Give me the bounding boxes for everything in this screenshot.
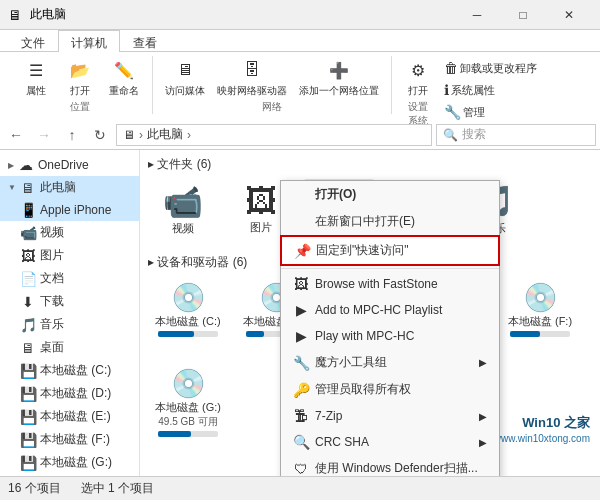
drive-f-label: 本地磁盘 (F:) — [508, 314, 572, 329]
folders-section-header[interactable]: ▸ 文件夹 (6) — [144, 154, 596, 175]
sidebar-item-onedrive[interactable]: ▶ ☁ OneDrive — [0, 154, 139, 176]
uninstall-label: 卸载或更改程序 — [460, 61, 537, 76]
sidebar-item-disk-c[interactable]: 💾 本地磁盘 (C:) — [0, 359, 139, 382]
sidebar-item-network[interactable]: ▶ 🌐 网络 — [0, 474, 139, 476]
tab-computer[interactable]: 计算机 — [58, 30, 120, 52]
rename-button[interactable]: ✏️ 重命名 — [104, 56, 144, 100]
ctx-7zip-arrow: ▶ — [479, 411, 487, 422]
access-media-label: 访问媒体 — [165, 84, 205, 98]
title-bar-controls: ─ □ ✕ — [454, 0, 592, 30]
sidebar-item-disk-g[interactable]: 💾 本地磁盘 (G:) — [0, 451, 139, 474]
map-drive-label: 映射网络驱动器 — [217, 84, 287, 98]
sidebar-label-onedrive: OneDrive — [38, 158, 89, 172]
sidebar-item-disk-d[interactable]: 💾 本地磁盘 (D:) — [0, 382, 139, 405]
up-button[interactable]: ↑ — [60, 123, 84, 147]
drive-f-icon: 💿 — [523, 281, 558, 314]
ribbon-group-location: ☰ 属性 📂 打开 ✏️ 重命名 位置 — [8, 56, 153, 114]
device-disk-c[interactable]: 💿 本地磁盘 (C:) — [148, 277, 228, 355]
system-open-button[interactable]: ⚙ 打开 — [400, 56, 436, 100]
status-bar: 16 个项目 选中 1 个项目 — [0, 476, 600, 500]
drive-g-progress-bar — [158, 431, 191, 437]
sidebar-item-apple-iphone[interactable]: 📱 Apple iPhone — [0, 199, 139, 221]
ctx-magic-combo[interactable]: 🔧 魔方小工具组 ▶ — [281, 349, 499, 376]
sidebar-item-disk-f[interactable]: 💾 本地磁盘 (F:) — [0, 428, 139, 451]
breadcrumb: 🖥 › 此电脑 › — [123, 126, 193, 143]
map-drive-icon: 🗄 — [240, 58, 264, 82]
ctx-faststone-label: Browse with FastStone — [315, 277, 438, 291]
settings-sub-label: 设置 — [408, 100, 428, 114]
properties-button[interactable]: ☰ 属性 — [16, 56, 56, 100]
ctx-crc-sha[interactable]: 🔍 CRC SHA ▶ — [281, 429, 499, 455]
ctx-browse-faststone[interactable]: 🖼 Browse with FastStone — [281, 271, 499, 297]
breadcrumb-this-pc: 此电脑 — [147, 126, 183, 143]
sidebar-item-music[interactable]: 🎵 音乐 — [0, 313, 139, 336]
open-label: 打开 — [70, 84, 90, 98]
system-open-section: ⚙ 打开 设置 系统 — [400, 56, 436, 128]
videos-icon: 📹 — [20, 225, 36, 241]
ctx-magic-icon: 🔧 — [293, 355, 309, 371]
tab-view[interactable]: 查看 — [120, 30, 170, 52]
system-open-label: 打开 — [408, 84, 428, 98]
ctx-defender-icon: 🛡 — [293, 461, 309, 477]
ctx-windefender[interactable]: 🛡 使用 Windows Defender扫描... — [281, 455, 499, 476]
sidebar-item-desktop[interactable]: 🖥 桌面 — [0, 336, 139, 359]
ctx-add-mpc[interactable]: ▶ Add to MPC-HC Playlist — [281, 297, 499, 323]
ctx-admin-icon: 🔑 — [293, 382, 309, 398]
ctx-open[interactable]: 打开(O) — [281, 181, 499, 208]
sidebar-item-pictures[interactable]: 🖼 图片 — [0, 244, 139, 267]
ctx-mpc-add-label: Add to MPC-HC Playlist — [315, 303, 442, 317]
drive-g-size: 49.5 GB 可用 — [158, 415, 217, 429]
ctx-pin-quick[interactable]: 📌 固定到"快速访问" — [280, 235, 500, 266]
address-box[interactable]: 🖥 › 此电脑 › — [116, 124, 432, 146]
refresh-button[interactable]: ↻ — [88, 123, 112, 147]
drive-f-progress-bar — [510, 331, 540, 337]
folder-pictures-label: 图片 — [250, 220, 272, 235]
sidebar-label-disk-f: 本地磁盘 (F:) — [40, 431, 110, 448]
sys-props-icon: ℹ — [444, 82, 449, 98]
ctx-open-new-window[interactable]: 在新窗口中打开(E) — [281, 208, 499, 235]
access-media-button[interactable]: 🖥 访问媒体 — [161, 56, 209, 100]
sidebar-item-disk-e[interactable]: 💾 本地磁盘 (E:) — [0, 405, 139, 428]
sidebar-item-documents[interactable]: 📄 文档 — [0, 267, 139, 290]
add-location-button[interactable]: ➕ 添加一个网络位置 — [295, 56, 383, 100]
close-button[interactable]: ✕ — [546, 0, 592, 30]
sys-props-button[interactable]: ℹ 系统属性 — [440, 80, 541, 100]
minimize-button[interactable]: ─ — [454, 0, 500, 30]
open-icon: 📂 — [68, 58, 92, 82]
drive-g-progress-container — [158, 431, 218, 437]
properties-label: 属性 — [26, 84, 46, 98]
search-box[interactable]: 🔍 搜索 — [436, 124, 596, 146]
back-button[interactable]: ← — [4, 123, 28, 147]
item-count: 16 个项目 — [8, 480, 61, 497]
device-disk-f[interactable]: 💿 本地磁盘 (F:) — [500, 277, 580, 355]
ctx-new-window-label: 在新窗口中打开(E) — [315, 213, 415, 230]
manage-button[interactable]: 🔧 管理 — [440, 102, 541, 122]
sidebar-item-this-pc[interactable]: ▼ 🖥 此电脑 — [0, 176, 139, 199]
sidebar-item-downloads[interactable]: ⬇ 下载 — [0, 290, 139, 313]
onedrive-icon: ☁ — [18, 157, 34, 173]
ctx-admin-perms[interactable]: 🔑 管理员取得所有权 — [281, 376, 499, 403]
ctx-pin-icon: 📌 — [294, 243, 310, 259]
ctx-play-mpc[interactable]: ▶ Play with MPC-HC — [281, 323, 499, 349]
open-button[interactable]: 📂 打开 — [60, 56, 100, 100]
ribbon-group-network-buttons: 🖥 访问媒体 🗄 映射网络驱动器 ➕ 添加一个网络位置 — [161, 56, 383, 100]
watermark: Win10 之家 www.win10xtong.com — [494, 414, 590, 446]
watermark-url: www.win10xtong.com — [494, 432, 590, 446]
maximize-button[interactable]: □ — [500, 0, 546, 30]
folder-videos[interactable]: 📹 视频 — [148, 179, 218, 240]
uninstall-button[interactable]: 🗑 卸载或更改程序 — [440, 58, 541, 78]
forward-button[interactable]: → — [32, 123, 56, 147]
sidebar-label-disk-g: 本地磁盘 (G:) — [40, 454, 112, 471]
properties-icon: ☰ — [24, 58, 48, 82]
ctx-defender-label: 使用 Windows Defender扫描... — [315, 460, 478, 476]
group2-label: 网络 — [262, 100, 282, 114]
ctx-7zip[interactable]: 🗜 7-Zip ▶ — [281, 403, 499, 429]
device-disk-g[interactable]: 💿 本地磁盘 (G:) 49.5 GB 可用 — [148, 363, 228, 441]
ctx-mpc-add-icon: ▶ — [293, 302, 309, 318]
sidebar-item-videos[interactable]: 📹 视频 — [0, 221, 139, 244]
tab-file[interactable]: 文件 — [8, 30, 58, 52]
folders-section-label: ▸ 文件夹 (6) — [148, 156, 211, 173]
map-drive-button[interactable]: 🗄 映射网络驱动器 — [213, 56, 291, 100]
disk-d-icon: 💾 — [20, 386, 36, 402]
ctx-sep-1 — [281, 268, 499, 269]
